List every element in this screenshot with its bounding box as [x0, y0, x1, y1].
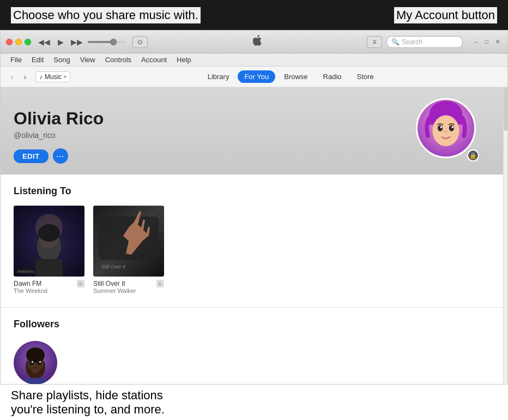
- maximize-window-button[interactable]: [25, 39, 31, 45]
- scrollbar-track[interactable]: [503, 87, 507, 384]
- svg-rect-13: [35, 259, 63, 277]
- music-selector[interactable]: ♪ Music ▾: [35, 71, 70, 82]
- listening-section-title: Listening To: [14, 185, 490, 197]
- music-label: Music: [45, 73, 62, 81]
- more-options-button[interactable]: ···: [53, 148, 68, 164]
- window-maximize-button[interactable]: □: [482, 38, 491, 46]
- album-info-dawn-fm: Dawn FM The Weeknd E: [14, 280, 84, 294]
- main-area: Olivia Rico @olivia_rico EDIT ···: [1, 87, 507, 384]
- svg-point-3: [432, 115, 459, 146]
- search-icon: 🔍: [391, 38, 400, 46]
- nav-browse[interactable]: Browse: [277, 70, 314, 83]
- scrollable-content: Olivia Rico @olivia_rico EDIT ···: [1, 87, 503, 384]
- followers-section-title: Followers: [14, 319, 503, 330]
- svg-point-4: [438, 125, 443, 131]
- album-info-still-over-it: Still Over It Summer Walker E: [93, 280, 164, 294]
- dropdown-icon: ▾: [64, 74, 66, 80]
- nav-forward-button[interactable]: ›: [19, 71, 31, 83]
- svg-point-22: [26, 347, 45, 363]
- menu-view[interactable]: View: [76, 55, 100, 65]
- menu-song[interactable]: Song: [49, 55, 74, 65]
- profile-section: Olivia Rico @olivia_rico EDIT ···: [1, 87, 503, 175]
- svg-point-25: [32, 361, 33, 363]
- nav-radio[interactable]: Radio: [317, 70, 348, 83]
- rewind-button[interactable]: ◀◀: [38, 37, 51, 47]
- svg-text:Still Over It: Still Over It: [101, 264, 126, 269]
- music-note-icon: ♪: [39, 73, 43, 81]
- airplay-button[interactable]: ⊙: [132, 36, 148, 48]
- top-right-annotation: My Account button: [394, 7, 497, 23]
- follower-item[interactable]: [14, 341, 57, 384]
- listening-section: Listening To: [14, 185, 490, 294]
- album-title-dawn-fm: Dawn FM: [14, 280, 47, 287]
- profile-actions: EDIT ···: [14, 148, 104, 164]
- profile-name: Olivia Rico: [14, 109, 104, 129]
- bottom-annotation-bar: Share playlists, hide stationsyou're lis…: [0, 385, 508, 420]
- menu-controls[interactable]: Controls: [101, 55, 136, 65]
- svg-point-7: [451, 126, 453, 128]
- window-controls: – □ ✕: [471, 38, 502, 46]
- transport-controls: ◀◀ ▶ ▶▶: [38, 37, 83, 47]
- followers-divider: Followers: [1, 307, 503, 330]
- memoji-svg: [418, 98, 474, 158]
- volume-slider[interactable]: [88, 41, 126, 43]
- nav-back-button[interactable]: ‹: [6, 71, 18, 83]
- window-minimize-button[interactable]: –: [471, 38, 480, 46]
- volume-thumb[interactable]: [110, 39, 117, 45]
- window-close-button[interactable]: ✕: [493, 38, 502, 46]
- search-area: ≡ 🔍 Search: [367, 36, 463, 48]
- album-artist-still-over-it: Summer Walker: [93, 287, 136, 294]
- traffic-lights: [6, 39, 31, 45]
- menu-bar: File Edit Song View Controls Account Hel…: [1, 53, 507, 67]
- profile-info: Olivia Rico @olivia_rico EDIT ···: [14, 109, 104, 164]
- follower-memoji-svg: [14, 341, 57, 384]
- followers-section: Followers: [14, 307, 490, 384]
- nav-for-you[interactable]: For You: [238, 70, 275, 83]
- album-text-still-over-it: Still Over It Summer Walker: [93, 280, 136, 294]
- close-window-button[interactable]: [6, 39, 13, 45]
- album-text-dawn-fm: Dawn FM The Weeknd: [14, 280, 47, 294]
- svg-point-23: [29, 361, 34, 365]
- nav-links: Library For You Browse Radio Store: [79, 70, 502, 83]
- nav-library[interactable]: Library: [201, 70, 236, 83]
- scrollbar-thumb[interactable]: [504, 87, 507, 131]
- profile-handle: @olivia_rico: [14, 131, 104, 140]
- still-over-it-artwork: Still Over It: [93, 206, 164, 277]
- album-title-still-over-it: Still Over It: [93, 280, 136, 287]
- search-box[interactable]: 🔍 Search: [386, 36, 463, 48]
- privacy-lock-badge[interactable]: 🔒: [467, 149, 479, 161]
- menu-edit[interactable]: Edit: [27, 55, 48, 65]
- menu-help[interactable]: Help: [172, 55, 196, 65]
- menu-account[interactable]: Account: [137, 55, 171, 65]
- play-button[interactable]: ▶: [54, 37, 67, 47]
- list-view-button[interactable]: ≡: [367, 36, 382, 48]
- svg-rect-27: [25, 378, 46, 384]
- title-bar: ◀◀ ▶ ▶▶ ⊙ ≡ 🔍 Search – □ ✕: [1, 31, 507, 53]
- top-annotation-bar: Choose who you share music with. My Acco…: [0, 0, 508, 30]
- list-icon: ≡: [372, 38, 376, 46]
- airplay-icon: ⊙: [137, 38, 143, 46]
- avatar-area: 🔒: [416, 98, 481, 164]
- album-artist-dawn-fm: The Weeknd: [14, 287, 47, 294]
- content-area: Listening To: [1, 175, 503, 384]
- avatar[interactable]: [416, 98, 476, 158]
- follower-avatar: [14, 341, 57, 384]
- fast-forward-button[interactable]: ▶▶: [70, 37, 83, 47]
- itunes-window: ◀◀ ▶ ▶▶ ⊙ ≡ 🔍 Search – □ ✕: [0, 30, 508, 385]
- edit-profile-button[interactable]: EDIT: [14, 149, 49, 163]
- nav-store[interactable]: Store: [350, 70, 380, 83]
- album-explicit-badge-dawn-fm: E: [77, 280, 84, 287]
- album-item-dawn-fm[interactable]: PARENTAL Dawn FM The Weeknd E: [14, 206, 84, 294]
- svg-point-6: [440, 126, 443, 128]
- album-cover-dawn-fm: PARENTAL: [14, 206, 84, 277]
- album-item-still-over-it[interactable]: Still Over It Still Over It Summer Walke…: [93, 206, 164, 294]
- dawn-fm-artwork: PARENTAL: [14, 206, 84, 277]
- menu-file[interactable]: File: [6, 55, 26, 65]
- minimize-window-button[interactable]: [15, 39, 22, 45]
- svg-point-24: [37, 361, 41, 365]
- nav-bar: ‹ › ♪ Music ▾ Library For You Browse Rad…: [1, 67, 507, 87]
- svg-point-12: [38, 224, 60, 242]
- search-placeholder: Search: [402, 38, 422, 46]
- svg-point-5: [449, 125, 454, 131]
- svg-text:PARENTAL: PARENTAL: [18, 270, 35, 273]
